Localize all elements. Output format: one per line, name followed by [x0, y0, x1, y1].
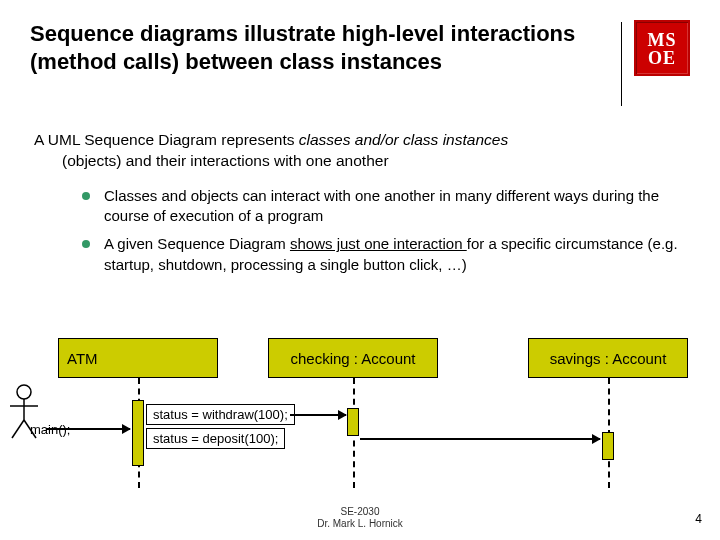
object-savings: savings : Account	[528, 338, 688, 378]
bullet2-pre: A given Sequence Diagram	[104, 235, 290, 252]
footer-course: SE-2030	[0, 506, 720, 518]
message-withdraw: status = withdraw(100);	[146, 404, 295, 425]
object-checking: checking : Account	[268, 338, 438, 378]
intro-em: classes and/or class instances	[299, 131, 508, 148]
intro-line2: (objects) and their interactions with on…	[34, 151, 690, 172]
arrow-main	[46, 428, 130, 430]
msoe-logo: MS OE	[634, 20, 690, 76]
title-divider	[621, 22, 622, 106]
activation-checking	[347, 408, 359, 436]
activation-atm	[132, 400, 144, 466]
bullet-item: A given Sequence Diagram shows just one …	[82, 234, 690, 275]
bullet2-underlined: shows just one interaction	[290, 235, 467, 252]
intro-text: A UML Sequence Diagram represents classe…	[30, 130, 690, 172]
arrow-deposit	[360, 438, 600, 440]
activation-savings	[602, 432, 614, 460]
logo-row1: MS	[648, 31, 677, 49]
footer: SE-2030 Dr. Mark L. Hornick	[0, 506, 720, 530]
page-title: Sequence diagrams illustrate high-level …	[30, 20, 609, 75]
footer-author: Dr. Mark L. Hornick	[0, 518, 720, 530]
message-deposit: status = deposit(100);	[146, 428, 285, 449]
logo-row2: OE	[648, 49, 676, 67]
sequence-diagram: ATM checking : Account savings : Account…	[28, 338, 692, 488]
bullet-item: Classes and objects can interact with on…	[82, 186, 690, 227]
bullet-list: Classes and objects can interact with on…	[30, 186, 690, 275]
svg-point-0	[17, 385, 31, 399]
object-atm: ATM	[58, 338, 218, 378]
page-number: 4	[695, 512, 702, 526]
arrow-withdraw	[290, 414, 346, 416]
intro-pre: A UML Sequence Diagram represents	[34, 131, 299, 148]
svg-line-3	[12, 420, 24, 438]
